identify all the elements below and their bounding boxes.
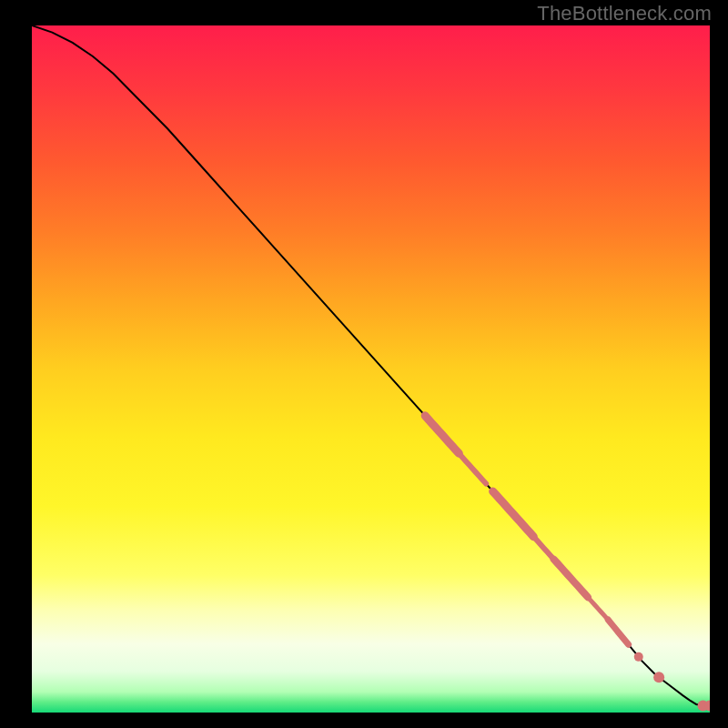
plot-svg (32, 25, 710, 713)
chart-frame: TheBottleneck.com (0, 0, 728, 728)
marker-dot (653, 672, 664, 682)
marker-dot (634, 652, 643, 662)
plot-area (32, 25, 710, 713)
gradient-background (32, 25, 710, 713)
watermark-text: TheBottleneck.com (537, 2, 712, 25)
